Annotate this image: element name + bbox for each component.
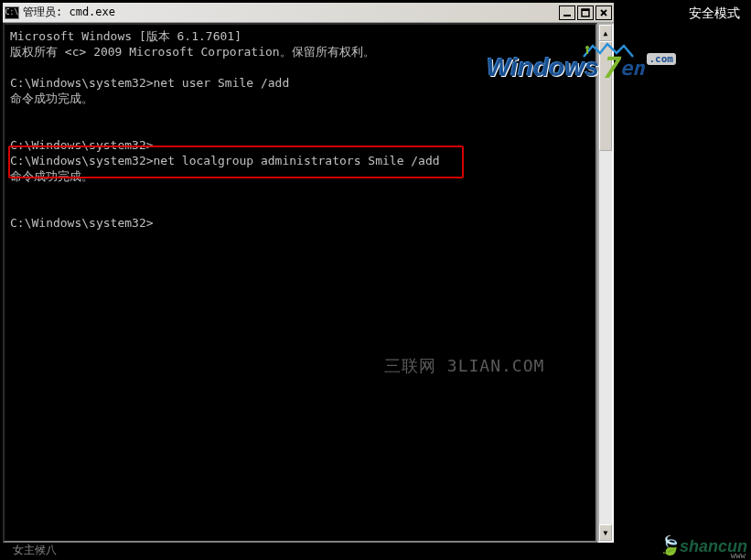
scroll-down-button[interactable]: ▼ bbox=[599, 524, 612, 541]
scroll-track[interactable] bbox=[599, 41, 612, 524]
window-title: 管理员: cmd.exe bbox=[23, 5, 559, 20]
console-line: 命令成功完成。 bbox=[10, 92, 93, 105]
windows7en-logo: Windows7en.com bbox=[487, 50, 676, 85]
maximize-button[interactable] bbox=[577, 5, 594, 20]
safe-mode-label: 安全模式 bbox=[689, 5, 740, 22]
shancun-sub: www bbox=[731, 551, 746, 560]
console-area: Microsoft Windows [版本 6.1.7601] 版权所有 <c>… bbox=[3, 23, 614, 543]
console-line: C:\Windows\system32>net user Smile /add bbox=[10, 76, 289, 90]
logo-text-com: .com bbox=[647, 53, 677, 65]
console-line: C:\Windows\system32> bbox=[10, 138, 154, 152]
console-line: 版权所有 <c> 2009 Microsoft Corporation。保留所有… bbox=[10, 45, 375, 59]
console-output[interactable]: Microsoft Windows [版本 6.1.7601] 版权所有 <c>… bbox=[3, 23, 597, 543]
svg-point-5 bbox=[585, 46, 589, 49]
bottom-text: 女主候八 bbox=[13, 543, 57, 558]
console-line: C:\Windows\system32> bbox=[10, 216, 154, 230]
minimize-button[interactable] bbox=[559, 5, 575, 20]
logo-text-seven: 7 bbox=[601, 50, 618, 85]
logo-text-windows: Windows bbox=[487, 53, 599, 82]
close-button[interactable] bbox=[595, 5, 612, 20]
console-line: Microsoft Windows [版本 6.1.7601] bbox=[10, 29, 241, 43]
console-line: 命令成功完成。 bbox=[10, 169, 93, 183]
app-icon: C:\ bbox=[5, 6, 19, 19]
console-line: C:\Windows\system32>net localgroup admin… bbox=[10, 154, 440, 167]
vertical-scrollbar[interactable]: ▲ ▼ bbox=[597, 23, 614, 543]
window-controls bbox=[559, 5, 612, 20]
leaf-icon: 🍃 bbox=[659, 534, 681, 556]
titlebar[interactable]: C:\ 管理员: cmd.exe bbox=[3, 3, 614, 23]
watermark-3lian: 三联网 3LIAN.COM bbox=[384, 355, 544, 377]
scroll-up-button[interactable]: ▲ bbox=[599, 25, 612, 41]
logo-text-en: en bbox=[620, 57, 645, 80]
